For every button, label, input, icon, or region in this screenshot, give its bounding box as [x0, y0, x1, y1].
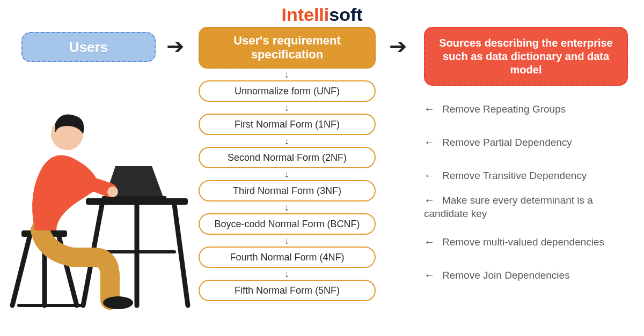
arrow-down-icon: ↓ [284, 70, 289, 79]
svg-line-1 [12, 237, 30, 305]
logo-part1: Intelli [281, 4, 329, 25]
annotation-text: Remove Partial Dependency [442, 137, 572, 148]
arrow-left-icon: ← [424, 268, 435, 282]
annotation: ←Remove Transitive Dependency [424, 168, 636, 183]
annotation: ←Remove Repeating Groups [424, 102, 636, 116]
annotation-text: Remove Transitive Dependency [442, 170, 587, 181]
annotation: ←Make sure every determinant is a candid… [424, 193, 636, 220]
pill-label: Second Normal Form (2NF) [228, 152, 347, 163]
arrow-left-icon: ← [424, 168, 435, 182]
normal-form-pill: First Normal Form (1NF) [199, 114, 376, 135]
annotation: ←Remove Partial Dependency [424, 135, 636, 150]
normal-form-pill: Fourth Normal Form (4NF) [199, 247, 376, 268]
pill-label: Unnormalize form (UNF) [235, 86, 340, 97]
normal-form-pill: Boyce-codd Normal Form (BCNF) [199, 213, 376, 235]
requirement-spec-label: User's requirement specification [205, 34, 369, 62]
annotation: ←Remove multi-valued dependencies [424, 235, 636, 249]
annotation: ←Remove Join Dependencies [424, 268, 636, 282]
svg-point-12 [107, 186, 118, 197]
pill-label: Third Normal Form (3NF) [233, 185, 341, 197]
arrow-down-icon: ↓ [284, 103, 289, 113]
normal-form-pill: Unnormalize form (UNF) [199, 80, 376, 102]
arrow-down-icon: ↓ [284, 169, 289, 179]
logo-part2: soft [329, 4, 362, 25]
svg-point-11 [103, 296, 133, 309]
annotation-text: Remove Repeating Groups [442, 103, 566, 115]
requirement-spec-box: User's requirement specification [199, 27, 376, 69]
pill-label: First Normal Form (1NF) [235, 119, 340, 130]
normal-form-pill: Third Normal Form (3NF) [199, 180, 376, 201]
person-at-laptop-icon [3, 96, 196, 311]
arrow-left-icon: ← [424, 235, 435, 249]
normal-form-pill: Second Normal Form (2NF) [199, 147, 376, 168]
svg-point-14 [53, 132, 60, 138]
normal-form-pill: Fifth Normal Form (5NF) [199, 280, 376, 301]
arrow-down-icon: ↓ [284, 236, 289, 245]
svg-line-7 [174, 205, 188, 305]
users-label: Users [69, 39, 108, 56]
sources-label: Sources describing the enterprise such a… [435, 36, 617, 77]
pill-label: Fourth Normal Form (4NF) [230, 252, 344, 263]
arrow-down-icon: ↓ [284, 203, 289, 212]
arrow-left-icon: ← [424, 193, 435, 207]
arrow-right-icon: ➔ [389, 35, 407, 57]
arrow-down-icon: ↓ [284, 136, 289, 146]
arrow-down-icon: ↓ [284, 269, 289, 279]
annotation-text: Remove multi-valued dependencies [442, 236, 604, 248]
sources-box: Sources describing the enterprise such a… [424, 27, 628, 86]
pill-label: Boyce-codd Normal Form (BCNF) [214, 219, 360, 230]
arrow-right-icon: ➔ [166, 35, 185, 57]
pill-label: Fifth Normal Form (5NF) [235, 285, 340, 296]
brand-logo: Intellisoft [281, 4, 362, 25]
arrow-left-icon: ← [424, 102, 435, 116]
annotation-text: Make sure every determinant is a candida… [424, 195, 593, 219]
users-box: Users [21, 32, 156, 62]
arrow-left-icon: ← [424, 135, 435, 149]
annotation-text: Remove Join Dependencies [442, 270, 570, 281]
